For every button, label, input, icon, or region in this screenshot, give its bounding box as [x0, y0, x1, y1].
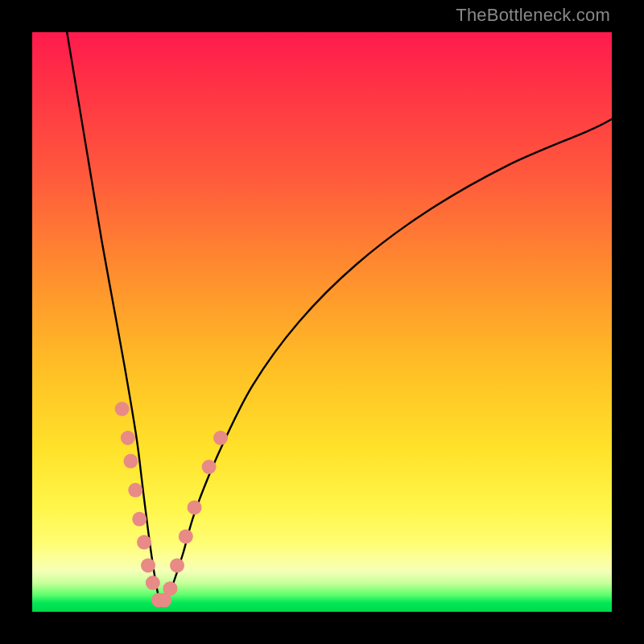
chart-canvas: TheBottleneck.com [0, 0, 644, 644]
bottleneck-curve [67, 32, 612, 603]
sample-point [137, 535, 151, 550]
sample-point [128, 483, 142, 497]
sample-point [213, 431, 228, 445]
sample-point [146, 576, 160, 590]
plot-area [32, 32, 612, 612]
sample-point [121, 431, 135, 445]
sample-point [123, 454, 138, 469]
sample-point [188, 500, 202, 514]
sample-point [132, 512, 147, 526]
sample-point [179, 529, 193, 543]
sample-point [141, 558, 155, 572]
sample-point [115, 402, 130, 416]
sample-point [202, 460, 217, 474]
watermark-text: TheBottleneck.com [456, 5, 610, 26]
sample-points-group [115, 402, 228, 608]
curve-layer [32, 32, 612, 612]
sample-point [163, 581, 177, 596]
sample-point [170, 558, 184, 572]
